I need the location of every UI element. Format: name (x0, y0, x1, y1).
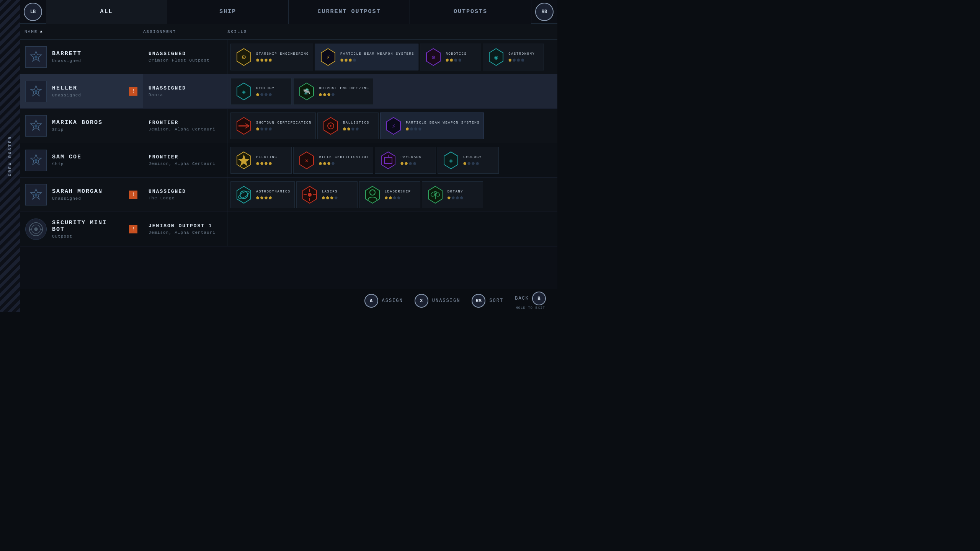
crew-avatar (25, 115, 47, 137)
svg-point-39 (34, 193, 38, 196)
assignment-sub: Danra (149, 93, 222, 97)
crew-row[interactable]: SAM COE Ship FRONTIER Jemison, Alpha Cen… (20, 143, 557, 178)
skill-item: LEADERSHIP (359, 181, 420, 208)
skill-name: OUTPOST ENGINEERING (319, 86, 369, 91)
skill-item: ◈ GEOLOGY (438, 147, 499, 174)
sidebar-label: CREW ROSTER (8, 136, 12, 176)
svg-point-44 (308, 193, 312, 197)
skill-name: STARSHIP ENGINEERING (256, 52, 309, 57)
svg-marker-40 (237, 186, 251, 203)
skill-item: ⚡ PARTICLE BEAM WEAPON SYSTEMS (315, 44, 418, 70)
rb-button[interactable]: RB (535, 3, 554, 21)
crew-name-col: HELLER Unassigned ! (20, 74, 143, 108)
assignment-main: FRONTIER (149, 154, 222, 160)
back-control: BACK B HOLD TO EXIT (515, 292, 546, 310)
crew-name-text: SECURITY MINI BOT (52, 220, 124, 233)
skill-info: ROBOTICS (446, 52, 477, 62)
crew-name-info: MARIKA BOROS Ship (52, 119, 124, 132)
assign-button[interactable]: A (364, 294, 378, 308)
skills-col: ⚙ STARSHIP ENGINEERING ⚡ PARTICLE BEAM W… (227, 40, 557, 74)
skill-name: SHOTGUN CERTIFICATION (256, 121, 312, 126)
top-navigation: LB ALL SHIP CURRENT OUTPOST OUTPOSTS RB (20, 0, 557, 24)
crew-row[interactable]: MARIKA BOROS Ship FRONTIER Jemison, Alph… (20, 109, 557, 143)
crew-row[interactable]: SARAH MORGAN Unassigned ! UNASSIGNED The… (20, 178, 557, 212)
back-button[interactable]: B (532, 292, 546, 305)
crew-status-text: Outpost (52, 234, 124, 239)
svg-text:⊕: ⊕ (431, 54, 435, 61)
back-sub-label: HOLD TO EXIT (516, 306, 545, 310)
skill-info: RIFLE CERTIFICATION (319, 155, 369, 165)
skill-name: PAYLOADS (400, 155, 432, 160)
tab-all[interactable]: ALL (46, 0, 167, 24)
crew-name-info: HELLER Unassigned (52, 85, 124, 98)
skill-info: STARSHIP ENGINEERING (256, 52, 309, 62)
crew-name-text: SARAH MORGAN (52, 188, 124, 195)
skill-info: PARTICLE BEAM WEAPON SYSTEMS (406, 121, 480, 130)
crew-name-col: SECURITY MINI BOT Outpost ! (20, 212, 143, 246)
crew-name-text: BARRETT (52, 51, 124, 57)
tab-outposts[interactable]: OUTPOSTS (410, 0, 531, 24)
sidebar: CREW ROSTER (0, 0, 20, 312)
skill-icon (235, 186, 253, 204)
lb-button[interactable]: LB (24, 3, 42, 21)
skill-item: BOTANY (422, 181, 483, 208)
skill-icon: ⚡ (319, 48, 337, 66)
assignment-main: UNASSIGNED (149, 51, 222, 57)
crew-table: BARRETT Unassigned UNASSIGNED Crimson Fl… (20, 40, 557, 246)
warn-icon: ! (129, 225, 137, 233)
bottom-controls: A ASSIGN X UNASSIGN RS SORT BACK B HOLD … (20, 289, 557, 312)
skill-name: PARTICLE BEAM WEAPON SYSTEMS (340, 52, 414, 57)
crew-row[interactable]: BARRETT Unassigned UNASSIGNED Crimson Fl… (20, 40, 557, 74)
skill-item: PILOTING (230, 147, 292, 174)
skill-item: PAYLOADS (375, 147, 436, 174)
main-content: LB ALL SHIP CURRENT OUTPOST OUTPOSTS RB … (20, 0, 557, 312)
skills-col: ASTRODYNAMICS LASERS (227, 178, 557, 212)
skill-item: LASERS (296, 181, 358, 208)
skill-icon: ◈ (442, 151, 460, 170)
header-name[interactable]: NAME ▲ (24, 29, 143, 34)
skill-item: ✕ RIFLE CERTIFICATION (293, 147, 373, 174)
svg-text:◈: ◈ (449, 158, 453, 165)
skill-icon: ⚡ (384, 117, 403, 135)
sort-button[interactable]: RS (472, 294, 485, 308)
skill-item: ⚡ PARTICLE BEAM WEAPON SYSTEMS (380, 112, 484, 139)
skill-info: PARTICLE BEAM WEAPON SYSTEMS (340, 52, 414, 62)
skill-icon (363, 186, 382, 204)
svg-point-1 (34, 55, 38, 59)
skill-info: PAYLOADS (400, 155, 432, 165)
skill-info: SHOTGUN CERTIFICATION (256, 121, 312, 130)
crew-status-text: Ship (52, 162, 124, 166)
svg-point-24 (330, 125, 332, 127)
svg-text:◈: ◈ (242, 89, 246, 96)
crew-name-info: SAM COE Ship (52, 154, 124, 166)
assignment-main: UNASSIGNED (149, 85, 222, 91)
skill-icon: ◈ (235, 82, 253, 101)
sort-control: RS SORT (472, 294, 503, 308)
crew-row[interactable]: SECURITY MINI BOT Outpost ! JEMISON OUTP… (20, 212, 557, 246)
tab-ship[interactable]: SHIP (167, 0, 289, 24)
unassign-button[interactable]: X (415, 294, 428, 308)
skill-name: BALLISTICS (343, 121, 374, 126)
crew-row[interactable]: HELLER Unassigned ! UNASSIGNED Danra ◈ G… (20, 74, 557, 109)
skill-info: LEADERSHIP (385, 190, 416, 199)
crew-avatar (25, 81, 47, 102)
skill-item: ⚙ STARSHIP ENGINEERING (230, 44, 313, 70)
assign-control: A ASSIGN (364, 294, 403, 308)
skill-name: LEADERSHIP (385, 190, 416, 194)
skills-col: PILOTING ✕ RIFLE CERTIFICATION P (227, 143, 557, 177)
svg-text:⚡: ⚡ (326, 54, 330, 61)
assignment-col: UNASSIGNED Crimson Fleet Outpost (143, 40, 227, 74)
crew-name-col: SAM COE Ship (20, 143, 143, 177)
svg-point-17 (34, 124, 38, 127)
crew-name-col: BARRETT Unassigned (20, 40, 143, 74)
skill-icon: ◉ (487, 48, 505, 66)
skill-item: ◈ GEOLOGY (230, 78, 292, 105)
skill-item: ASTRODYNAMICS (230, 181, 295, 208)
crew-name-info: SECURITY MINI BOT Outpost (52, 220, 124, 239)
skill-icon (426, 186, 444, 204)
skill-info: BOTANY (448, 190, 479, 199)
svg-text:◉: ◉ (494, 54, 498, 61)
tab-current-outpost[interactable]: CURRENT OUTPOST (289, 0, 410, 24)
skills-col: ◈ GEOLOGY 🛸 OUTPOST ENGINEERING (227, 74, 557, 108)
crew-status-text: Unassigned (52, 59, 124, 63)
